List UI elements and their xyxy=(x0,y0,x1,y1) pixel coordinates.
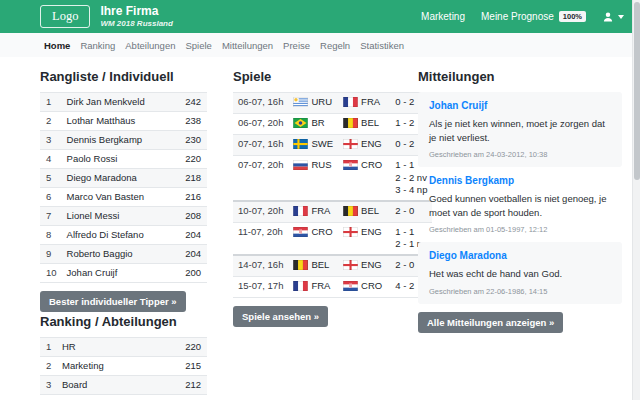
home-team-code: CRO xyxy=(311,226,332,238)
home-team-code: BEL xyxy=(311,259,329,271)
company-name: Ihre Firma xyxy=(100,5,172,19)
match-row: 06-07, 16hURUFRA0 - 2 xyxy=(233,93,432,114)
matches-table: 06-07, 16hURUFRA0 - 206-07, 20hBRBEL1 - … xyxy=(233,92,432,298)
away-team-code: ENG xyxy=(361,138,382,150)
match-row: 07-07, 20hRUSCRO1 - 12 - 2 nv3 - 4 np xyxy=(233,156,432,201)
message-author-link[interactable]: Johan Cruijf xyxy=(429,100,611,111)
name-cell: Paolo Rossi xyxy=(62,150,173,169)
rank-cell: 9 xyxy=(40,245,62,264)
flag-bel-icon xyxy=(343,206,358,216)
match-row: 10-07, 20hFRABEL2 - 0 xyxy=(233,201,432,223)
event-subtitle: WM 2018 Russland xyxy=(100,19,172,28)
nav-item-preise[interactable]: Preise xyxy=(283,40,310,51)
name-cell: Marco Van Basten xyxy=(62,188,173,207)
rank-cell: 4 xyxy=(40,395,57,400)
match-datetime: 14-07, 16h xyxy=(233,255,288,277)
match-row: 06-07, 20hBRBEL1 - 2 xyxy=(233,114,432,135)
department-ranking-title: Ranking / Abteilungen xyxy=(40,314,207,329)
scrollbar-thumb[interactable] xyxy=(634,2,640,180)
name-cell: Lionel Messi xyxy=(62,207,173,226)
flag-cro-icon xyxy=(293,227,308,237)
rank-cell: 3 xyxy=(40,131,62,150)
flag-fra-icon xyxy=(293,281,308,291)
rank-cell: 10 xyxy=(40,264,62,283)
match-datetime: 07-07, 20h xyxy=(233,156,288,201)
away-team: FRA xyxy=(338,93,387,114)
message-author-link[interactable]: Diego Maradona xyxy=(429,250,611,261)
my-prognosis-link[interactable]: Meine Prognose 100% xyxy=(481,11,586,23)
away-team: BEL xyxy=(338,114,387,135)
points-cell: 212 xyxy=(156,376,207,395)
match-datetime: 06-07, 20h xyxy=(233,114,288,135)
match-datetime: 10-07, 20h xyxy=(233,201,288,223)
message-text: Goed kunnen voetballen is niet genoeg, j… xyxy=(429,192,611,219)
away-team: ENG xyxy=(338,135,387,156)
match-row: 15-07, 17hFRACRO4 - 2 xyxy=(233,276,432,297)
rank-cell: 1 xyxy=(40,93,62,112)
table-row: 8Alfredo Di Stefano204 xyxy=(40,226,207,245)
away-team-code: CRO xyxy=(361,159,382,171)
rank-cell: 2 xyxy=(40,112,62,131)
department-link[interactable]: Marketing xyxy=(421,11,465,22)
flag-eng-icon xyxy=(343,227,358,237)
away-team-code: BEL xyxy=(361,205,379,217)
messages-title: Mitteilungen xyxy=(418,69,622,84)
scrollbar[interactable] xyxy=(632,0,640,400)
message-author-link[interactable]: Dennis Bergkamp xyxy=(429,175,611,186)
individual-ranking-table: 1Dirk Jan Menkveld2422Lothar Matthäus238… xyxy=(40,92,207,283)
nav-item-mitteilungen[interactable]: Mitteilungen xyxy=(222,40,273,51)
name-cell: Diego Maradona xyxy=(62,169,173,188)
logo[interactable]: Logo xyxy=(40,5,90,28)
away-team: BEL xyxy=(338,201,387,223)
flag-swe-icon xyxy=(293,139,308,149)
points-cell: 238 xyxy=(173,112,207,131)
nav-item-spiele[interactable]: Spiele xyxy=(185,40,211,51)
points-cell: 218 xyxy=(173,169,207,188)
flag-eng-icon xyxy=(343,139,358,149)
points-cell: 220 xyxy=(173,150,207,169)
rank-cell: 6 xyxy=(40,188,62,207)
table-row: 3Board212 xyxy=(40,376,207,395)
name-cell: Johan Cruijf xyxy=(62,264,173,283)
away-team: CRO xyxy=(338,156,387,201)
user-menu[interactable] xyxy=(602,11,624,23)
flag-eng-icon xyxy=(343,260,358,270)
view-matches-button[interactable]: Spiele ansehen » xyxy=(233,306,328,327)
main-nav: HomeRankingAbteilungenSpieleMitteilungen… xyxy=(0,33,640,57)
table-row: 4Paolo Rossi220 xyxy=(40,150,207,169)
matches-column: Spiele 06-07, 16hURUFRA0 - 206-07, 20hBR… xyxy=(233,67,400,400)
home-team: FRA xyxy=(288,201,338,223)
home-team-code: RUS xyxy=(311,159,331,171)
match-datetime: 06-07, 16h xyxy=(233,93,288,114)
message-text: Als je niet ken winnen, moet je zorgen d… xyxy=(429,117,611,144)
match-datetime: 07-07, 16h xyxy=(233,135,288,156)
name-cell: Finance xyxy=(57,395,156,400)
ranking-column: Rangliste / Individuell 1Dirk Jan Menkve… xyxy=(40,67,207,400)
caret-down-icon xyxy=(618,15,624,19)
main-content: Rangliste / Individuell 1Dirk Jan Menkve… xyxy=(0,57,640,400)
flag-bel-icon xyxy=(293,260,308,270)
messages-column: Mitteilungen Johan CruijfAls je niet ken… xyxy=(418,67,622,400)
points-cell: 208 xyxy=(173,207,207,226)
points-cell: 204 xyxy=(173,245,207,264)
nav-item-regeln[interactable]: Regeln xyxy=(320,40,350,51)
nav-item-home[interactable]: Home xyxy=(44,40,70,51)
flag-bel-icon xyxy=(343,118,358,128)
nav-item-statistiken[interactable]: Statistiken xyxy=(360,40,404,51)
nav-item-ranking[interactable]: Ranking xyxy=(80,40,115,51)
home-team-code: FRA xyxy=(311,205,330,217)
table-row: 4Finance210 xyxy=(40,395,207,400)
prognosis-badge: 100% xyxy=(559,11,586,23)
name-cell: Marketing xyxy=(57,357,156,376)
nav-item-abteilungen[interactable]: Abteilungen xyxy=(125,40,175,51)
rank-cell: 8 xyxy=(40,226,62,245)
all-messages-button[interactable]: Alle Mitteilungen anzeigen » xyxy=(418,312,563,333)
rank-cell: 2 xyxy=(40,357,57,376)
away-team-code: FRA xyxy=(361,96,380,108)
message-meta: Geschrieben am 22-06-1986, 14:15 xyxy=(429,287,611,296)
away-team: ENG xyxy=(338,255,387,277)
best-tipper-button[interactable]: Bester individueller Tipper » xyxy=(40,291,186,312)
table-row: 6Marco Van Basten216 xyxy=(40,188,207,207)
name-cell: Dirk Jan Menkveld xyxy=(62,93,173,112)
message-card: Dennis BergkampGoed kunnen voetballen is… xyxy=(418,167,622,242)
